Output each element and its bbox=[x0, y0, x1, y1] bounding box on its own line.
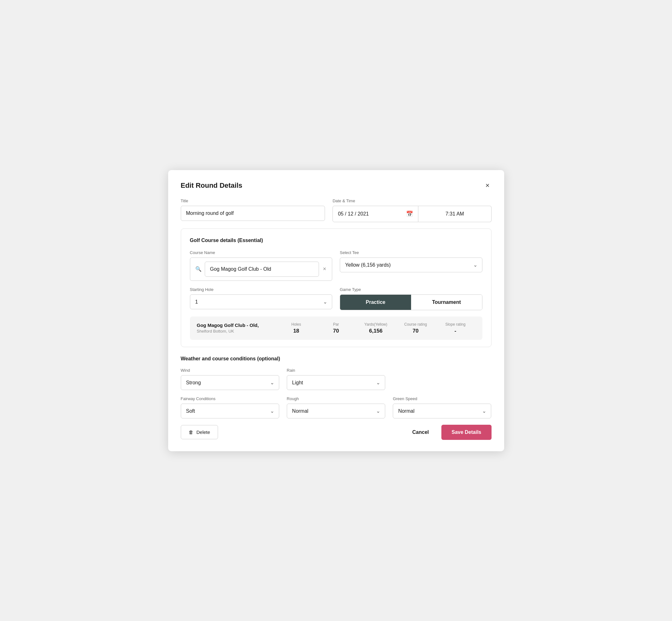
starting-hole-wrap: 1 ⌄ bbox=[190, 294, 333, 309]
rough-select-wrap: Soft Normal Hard ⌄ bbox=[287, 404, 385, 418]
modal-header: Edit Round Details × bbox=[181, 181, 492, 190]
course-rating-label: Course rating bbox=[395, 322, 435, 327]
date-input[interactable]: 05 / 12 / 2021 📅 bbox=[333, 206, 418, 222]
footer-row: 🗑 Delete Cancel Save Details bbox=[181, 425, 492, 440]
green-speed-label: Green Speed bbox=[393, 396, 491, 401]
holes-value: 18 bbox=[277, 328, 316, 334]
course-stat-yards: Yards(Yellow) 6,156 bbox=[356, 322, 395, 334]
trash-icon: 🗑 bbox=[189, 429, 194, 435]
yards-label: Yards(Yellow) bbox=[356, 322, 395, 327]
golf-course-section: Golf Course details (Essential) Course N… bbox=[181, 229, 492, 347]
time-input[interactable]: 7:31 AM bbox=[418, 206, 491, 222]
course-stat-rating: Course rating 70 bbox=[395, 322, 435, 334]
game-type-group: Game Type Practice Tournament bbox=[340, 287, 482, 310]
green-speed-select-wrap: Slow Normal Fast ⌄ bbox=[393, 404, 491, 418]
select-tee-wrap: Yellow (6,156 yards) ⌄ bbox=[340, 257, 482, 272]
par-label: Par bbox=[316, 322, 356, 327]
search-icon: 🔍 bbox=[195, 266, 202, 272]
title-datetime-row: Title Date & Time 05 / 12 / 2021 📅 7:31 … bbox=[181, 199, 492, 222]
wind-dropdown[interactable]: None Light Moderate Strong bbox=[181, 375, 279, 390]
rough-dropdown[interactable]: Soft Normal Hard bbox=[287, 404, 385, 418]
select-tee-dropdown[interactable]: Yellow (6,156 yards) bbox=[340, 257, 482, 272]
wind-select-wrap: None Light Moderate Strong ⌄ bbox=[181, 375, 279, 390]
edit-round-modal: Edit Round Details × Title Date & Time 0… bbox=[168, 170, 504, 451]
course-stat-holes: Holes 18 bbox=[277, 322, 316, 334]
weather-section: Weather and course conditions (optional)… bbox=[181, 356, 492, 418]
wind-rain-row: Wind None Light Moderate Strong ⌄ Rain N… bbox=[181, 368, 492, 390]
slope-rating-label: Slope rating bbox=[435, 322, 475, 327]
game-type-toggle: Practice Tournament bbox=[340, 294, 482, 310]
close-button[interactable]: × bbox=[484, 181, 492, 190]
yards-value: 6,156 bbox=[356, 328, 395, 334]
starting-hole-label: Starting Hole bbox=[190, 287, 333, 292]
datetime-group: Date & Time 05 / 12 / 2021 📅 7:31 AM bbox=[333, 199, 491, 222]
title-label: Title bbox=[181, 199, 325, 203]
rough-group: Rough Soft Normal Hard ⌄ bbox=[287, 396, 385, 418]
course-name-clear-button[interactable]: × bbox=[322, 266, 327, 272]
par-value: 70 bbox=[316, 328, 356, 334]
delete-button[interactable]: 🗑 Delete bbox=[181, 425, 218, 439]
tournament-button[interactable]: Tournament bbox=[411, 295, 482, 310]
title-input[interactable] bbox=[181, 206, 325, 221]
title-group: Title bbox=[181, 199, 325, 222]
green-speed-dropdown[interactable]: Slow Normal Fast bbox=[393, 404, 491, 418]
course-name-label: Course Name bbox=[190, 250, 333, 255]
wind-label: Wind bbox=[181, 368, 279, 373]
fairway-label: Fairway Conditions bbox=[181, 396, 279, 401]
course-info-name-block: Gog Magog Golf Club - Old, Shelford Bott… bbox=[197, 323, 277, 334]
course-info-name: Gog Magog Golf Club - Old, bbox=[197, 323, 277, 328]
course-name-group: Course Name 🔍 × bbox=[190, 250, 333, 281]
game-type-label: Game Type bbox=[340, 287, 482, 292]
select-tee-label: Select Tee bbox=[340, 250, 482, 255]
slope-rating-value: - bbox=[435, 328, 475, 334]
datetime-label: Date & Time bbox=[333, 199, 491, 203]
delete-label: Delete bbox=[197, 429, 210, 435]
course-info-box: Gog Magog Golf Club - Old, Shelford Bott… bbox=[190, 317, 482, 340]
holes-label: Holes bbox=[277, 322, 316, 327]
calendar-icon: 📅 bbox=[406, 210, 413, 217]
rain-select-wrap: None Light Moderate Heavy ⌄ bbox=[287, 375, 385, 390]
date-value: 05 / 12 / 2021 bbox=[338, 211, 402, 217]
rain-dropdown[interactable]: None Light Moderate Heavy bbox=[287, 375, 385, 390]
time-value: 7:31 AM bbox=[446, 211, 464, 217]
course-rating-value: 70 bbox=[395, 328, 435, 334]
starting-hole-group: Starting Hole 1 ⌄ bbox=[190, 287, 333, 310]
modal-title: Edit Round Details bbox=[181, 181, 243, 190]
wind-group: Wind None Light Moderate Strong ⌄ bbox=[181, 368, 279, 390]
course-info-location: Shelford Bottom, UK bbox=[197, 329, 277, 334]
rain-group: Rain None Light Moderate Heavy ⌄ bbox=[287, 368, 385, 390]
save-button[interactable]: Save Details bbox=[442, 425, 491, 440]
footer-right: Cancel Save Details bbox=[406, 425, 492, 440]
fairway-select-wrap: Soft Normal Hard ⌄ bbox=[181, 404, 279, 418]
course-stat-par: Par 70 bbox=[316, 322, 356, 334]
cancel-button[interactable]: Cancel bbox=[406, 425, 435, 439]
course-name-input-wrap[interactable]: 🔍 × bbox=[190, 257, 333, 281]
fairway-dropdown[interactable]: Soft Normal Hard bbox=[181, 404, 279, 418]
conditions-row: Fairway Conditions Soft Normal Hard ⌄ Ro… bbox=[181, 396, 492, 418]
practice-button[interactable]: Practice bbox=[340, 295, 411, 310]
weather-section-title: Weather and course conditions (optional) bbox=[181, 356, 492, 362]
course-name-input[interactable] bbox=[205, 261, 319, 277]
golf-course-section-title: Golf Course details (Essential) bbox=[190, 238, 482, 243]
starting-hole-gametype-row: Starting Hole 1 ⌄ Game Type Practice Tou… bbox=[190, 287, 482, 310]
green-speed-group: Green Speed Slow Normal Fast ⌄ bbox=[393, 396, 491, 418]
fairway-group: Fairway Conditions Soft Normal Hard ⌄ bbox=[181, 396, 279, 418]
course-stat-slope: Slope rating - bbox=[435, 322, 475, 334]
starting-hole-dropdown[interactable]: 1 bbox=[190, 294, 333, 309]
rough-label: Rough bbox=[287, 396, 385, 401]
select-tee-group: Select Tee Yellow (6,156 yards) ⌄ bbox=[340, 250, 482, 281]
course-tee-row: Course Name 🔍 × Select Tee Yellow (6,156… bbox=[190, 250, 482, 281]
rain-label: Rain bbox=[287, 368, 385, 373]
spacer bbox=[393, 368, 491, 390]
datetime-inputs: 05 / 12 / 2021 📅 7:31 AM bbox=[333, 206, 491, 222]
